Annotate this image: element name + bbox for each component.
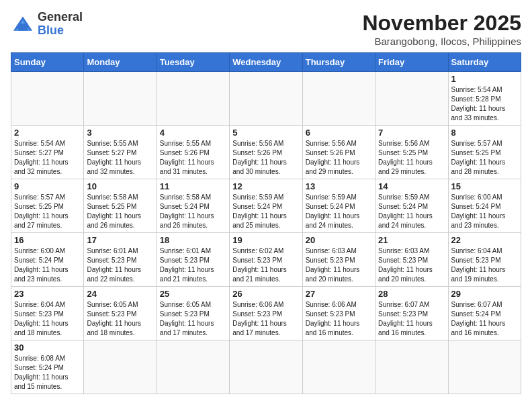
month-title: November 2025 (362, 11, 521, 36)
table-row: 20Sunrise: 6:03 AMSunset: 5:23 PMDayligh… (302, 233, 375, 287)
day-info: Sunrise: 5:59 AMSunset: 5:24 PMDaylight:… (232, 193, 299, 230)
day-info: Sunrise: 6:07 AMSunset: 5:24 PMDaylight:… (451, 300, 518, 338)
day-info: Sunrise: 6:01 AMSunset: 5:23 PMDaylight:… (160, 246, 226, 284)
day-info: Sunrise: 6:03 AMSunset: 5:23 PMDaylight:… (306, 246, 372, 284)
day-info: Sunrise: 6:00 AMSunset: 5:24 PMDaylight:… (14, 246, 81, 284)
col-thursday: Thursday (302, 53, 375, 72)
col-saturday: Saturday (448, 53, 521, 72)
table-row (375, 72, 448, 126)
day-number: 14 (378, 181, 445, 191)
day-info: Sunrise: 5:54 AMSunset: 5:27 PMDaylight:… (14, 139, 81, 177)
col-tuesday: Tuesday (157, 53, 229, 72)
table-row: 3Sunrise: 5:55 AMSunset: 5:27 PMDaylight… (84, 126, 157, 179)
day-number: 10 (87, 181, 153, 191)
calendar-header-row: Sunday Monday Tuesday Wednesday Thursday… (11, 53, 521, 72)
title-block: November 2025 Barangobong, Ilocos, Phili… (362, 11, 521, 47)
col-monday: Monday (84, 53, 157, 72)
day-number: 23 (14, 289, 81, 299)
day-number: 8 (451, 128, 518, 138)
day-info: Sunrise: 5:58 AMSunset: 5:25 PMDaylight:… (87, 193, 153, 230)
day-number: 17 (87, 235, 153, 245)
day-info: Sunrise: 5:57 AMSunset: 5:25 PMDaylight:… (14, 193, 81, 230)
day-info: Sunrise: 6:05 AMSunset: 5:23 PMDaylight:… (160, 300, 226, 338)
table-row: 7Sunrise: 5:56 AMSunset: 5:25 PMDaylight… (375, 126, 448, 179)
logo-text: General Blue (38, 11, 83, 38)
logo: General Blue (11, 11, 83, 38)
day-number: 16 (14, 235, 81, 245)
table-row (375, 340, 448, 394)
table-row: 11Sunrise: 5:58 AMSunset: 5:24 PMDayligh… (157, 179, 229, 233)
table-row: 15Sunrise: 6:00 AMSunset: 5:24 PMDayligh… (448, 179, 521, 233)
table-row: 28Sunrise: 6:07 AMSunset: 5:23 PMDayligh… (375, 287, 448, 340)
table-row (84, 72, 157, 126)
day-number: 11 (160, 181, 226, 191)
day-number: 7 (378, 128, 445, 138)
day-info: Sunrise: 5:55 AMSunset: 5:27 PMDaylight:… (87, 139, 153, 177)
day-info: Sunrise: 5:59 AMSunset: 5:24 PMDaylight:… (306, 193, 372, 230)
table-row: 9Sunrise: 5:57 AMSunset: 5:25 PMDaylight… (11, 179, 84, 233)
day-info: Sunrise: 5:56 AMSunset: 5:26 PMDaylight:… (232, 139, 299, 177)
day-info: Sunrise: 6:06 AMSunset: 5:23 PMDaylight:… (232, 300, 299, 338)
table-row: 1Sunrise: 5:54 AMSunset: 5:28 PMDaylight… (448, 72, 521, 126)
day-number: 13 (306, 181, 372, 191)
day-info: Sunrise: 5:55 AMSunset: 5:26 PMDaylight:… (160, 139, 226, 177)
day-number: 9 (14, 181, 81, 191)
day-number: 26 (232, 289, 299, 299)
day-number: 28 (378, 289, 445, 299)
table-row (302, 340, 375, 394)
table-row: 29Sunrise: 6:07 AMSunset: 5:24 PMDayligh… (448, 287, 521, 340)
table-row: 5Sunrise: 5:56 AMSunset: 5:26 PMDaylight… (230, 126, 302, 179)
table-row: 12Sunrise: 5:59 AMSunset: 5:24 PMDayligh… (230, 179, 302, 233)
day-number: 27 (306, 289, 372, 299)
table-row (157, 72, 229, 126)
table-row: 24Sunrise: 6:05 AMSunset: 5:23 PMDayligh… (84, 287, 157, 340)
day-info: Sunrise: 6:04 AMSunset: 5:23 PMDaylight:… (14, 300, 81, 338)
day-number: 30 (14, 342, 81, 353)
day-number: 25 (160, 289, 226, 299)
table-row: 2Sunrise: 5:54 AMSunset: 5:27 PMDaylight… (11, 126, 84, 179)
day-info: Sunrise: 6:08 AMSunset: 5:24 PMDaylight:… (14, 354, 81, 392)
day-info: Sunrise: 5:56 AMSunset: 5:26 PMDaylight:… (306, 139, 372, 177)
table-row: 13Sunrise: 5:59 AMSunset: 5:24 PMDayligh… (302, 179, 375, 233)
day-info: Sunrise: 6:07 AMSunset: 5:23 PMDaylight:… (378, 300, 445, 338)
calendar-table: Sunday Monday Tuesday Wednesday Thursday… (11, 52, 521, 394)
day-number: 1 (451, 74, 518, 84)
col-wednesday: Wednesday (230, 53, 302, 72)
table-row: 4Sunrise: 5:55 AMSunset: 5:26 PMDaylight… (157, 126, 229, 179)
svg-rect-3 (18, 24, 28, 31)
day-number: 15 (451, 181, 518, 191)
day-info: Sunrise: 6:01 AMSunset: 5:23 PMDaylight:… (87, 246, 153, 284)
table-row: 27Sunrise: 6:06 AMSunset: 5:23 PMDayligh… (302, 287, 375, 340)
day-number: 19 (232, 235, 299, 245)
table-row: 25Sunrise: 6:05 AMSunset: 5:23 PMDayligh… (157, 287, 229, 340)
table-row: 14Sunrise: 5:59 AMSunset: 5:24 PMDayligh… (375, 179, 448, 233)
day-number: 20 (306, 235, 372, 245)
day-info: Sunrise: 5:57 AMSunset: 5:25 PMDaylight:… (451, 139, 518, 177)
table-row (302, 72, 375, 126)
day-info: Sunrise: 5:59 AMSunset: 5:24 PMDaylight:… (378, 193, 445, 230)
day-info: Sunrise: 6:05 AMSunset: 5:23 PMDaylight:… (87, 300, 153, 338)
table-row (230, 340, 302, 394)
table-row: 6Sunrise: 5:56 AMSunset: 5:26 PMDaylight… (302, 126, 375, 179)
table-row: 17Sunrise: 6:01 AMSunset: 5:23 PMDayligh… (84, 233, 157, 287)
table-row: 18Sunrise: 6:01 AMSunset: 5:23 PMDayligh… (157, 233, 229, 287)
table-row (230, 72, 302, 126)
day-number: 4 (160, 128, 226, 138)
table-row: 23Sunrise: 6:04 AMSunset: 5:23 PMDayligh… (11, 287, 84, 340)
day-info: Sunrise: 6:00 AMSunset: 5:24 PMDaylight:… (451, 193, 518, 230)
table-row: 16Sunrise: 6:00 AMSunset: 5:24 PMDayligh… (11, 233, 84, 287)
day-info: Sunrise: 5:54 AMSunset: 5:28 PMDaylight:… (451, 85, 518, 123)
table-row: 21Sunrise: 6:03 AMSunset: 5:23 PMDayligh… (375, 233, 448, 287)
table-row: 19Sunrise: 6:02 AMSunset: 5:23 PMDayligh… (230, 233, 302, 287)
location: Barangobong, Ilocos, Philippines (362, 36, 521, 47)
table-row: 8Sunrise: 5:57 AMSunset: 5:25 PMDaylight… (448, 126, 521, 179)
day-number: 21 (378, 235, 445, 245)
col-sunday: Sunday (11, 53, 84, 72)
day-info: Sunrise: 6:04 AMSunset: 5:23 PMDaylight:… (451, 246, 518, 284)
col-friday: Friday (375, 53, 448, 72)
day-number: 3 (87, 128, 153, 138)
day-number: 12 (232, 181, 299, 191)
table-row (157, 340, 229, 394)
table-row: 26Sunrise: 6:06 AMSunset: 5:23 PMDayligh… (230, 287, 302, 340)
table-row: 22Sunrise: 6:04 AMSunset: 5:23 PMDayligh… (448, 233, 521, 287)
